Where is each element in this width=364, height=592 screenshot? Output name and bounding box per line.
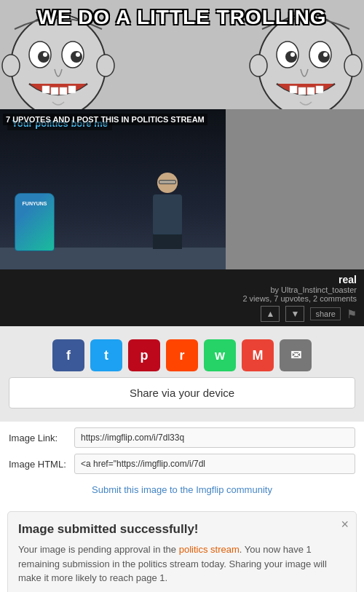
meme-container: WE DO A LITTLE TROLLING 7 UPVOTES AND I …	[0, 0, 364, 269]
svg-point-18	[290, 52, 295, 57]
image-link-row: Image Link:	[9, 427, 355, 448]
chips-bag: FUNYUNS	[15, 193, 55, 251]
info-bar: real by Ultra_Instinct_toaster 2 views, …	[0, 269, 364, 326]
svg-point-16	[285, 51, 297, 63]
email-share-button[interactable]: ✉	[280, 339, 312, 371]
svg-rect-20	[290, 86, 297, 93]
submit-to-community-link[interactable]: Submit this image to the Imgflip communi…	[9, 480, 355, 502]
svg-point-24	[250, 55, 267, 76]
pinterest-share-button[interactable]: p	[128, 339, 160, 371]
svg-point-17	[318, 51, 330, 63]
facebook-share-button[interactable]: f	[52, 339, 84, 371]
downvote-button[interactable]: ▼	[285, 306, 304, 322]
share-section: f t p r w M ✉ Share via your device	[0, 326, 364, 422]
link-section: Image Link: Image HTML: Submit this imag…	[0, 422, 364, 505]
image-html-label: Image HTML:	[9, 459, 74, 470]
post-author: by Ultra_Instinct_toaster	[270, 285, 357, 294]
svg-point-5	[43, 52, 47, 57]
svg-rect-8	[51, 87, 58, 95]
politics-stream-link[interactable]: politics stream	[179, 544, 240, 555]
author-name: Ultra_Instinct_toaster	[281, 285, 357, 294]
svg-rect-21	[298, 87, 306, 95]
upvote-count: 7 upvotes	[274, 294, 309, 303]
svg-point-25	[344, 55, 362, 76]
image-html-row: Image HTML:	[9, 454, 355, 474]
svg-point-6	[76, 52, 80, 57]
success-title: Image submitted successfully!	[18, 522, 346, 537]
info-bar-right: real by Ultra_Instinct_toaster 2 views, …	[240, 274, 357, 322]
svg-rect-10	[68, 86, 76, 93]
gmail-share-button[interactable]: M	[242, 339, 274, 371]
svg-point-11	[2, 55, 20, 76]
upvote-button[interactable]: ▲	[261, 306, 280, 322]
action-buttons: ▲ ▼ share ⚑	[261, 306, 357, 322]
image-link-label: Image Link:	[9, 433, 74, 443]
social-icons-row: f t p r w M ✉	[0, 334, 364, 377]
chips-label: FUNYUNS	[17, 201, 52, 206]
svg-rect-23	[316, 86, 323, 93]
image-html-input[interactable]	[74, 454, 355, 474]
share-device-button[interactable]: Share via your device	[9, 377, 355, 409]
success-body: Your image is pending approval in the po…	[18, 542, 346, 585]
success-body-prefix: Your image is pending approval in the	[18, 544, 176, 555]
svg-rect-9	[60, 87, 67, 95]
comment-count: 2 comments	[313, 294, 357, 303]
svg-point-19	[323, 52, 328, 57]
whatsapp-share-button[interactable]: w	[204, 339, 236, 371]
meme-title: WE DO A LITTLE TROLLING	[7, 6, 357, 29]
close-notification-button[interactable]: ×	[341, 518, 349, 531]
svg-rect-7	[42, 86, 50, 93]
svg-rect-22	[307, 87, 314, 95]
svg-point-3	[38, 51, 50, 63]
post-stats: 2 views, 7 upvotes, 2 comments	[242, 294, 357, 303]
twitter-share-button[interactable]: t	[90, 339, 122, 371]
success-notification: × Image submitted successfully! Your ima…	[7, 511, 357, 592]
flag-button[interactable]: ⚑	[347, 307, 357, 321]
post-title: real	[339, 274, 357, 285]
share-button-small[interactable]: share	[310, 307, 341, 320]
svg-point-4	[71, 51, 82, 63]
image-link-input[interactable]	[74, 427, 355, 448]
svg-point-12	[97, 55, 114, 76]
reddit-share-button[interactable]: r	[166, 339, 198, 371]
meme-caption: 7 UPVOTES AND I POST THIS IN POLITICS ST…	[3, 114, 207, 125]
bb-scene: FUNYUNS Your politics bore me	[0, 109, 226, 269]
by-prefix: by	[270, 285, 279, 294]
walter-white-figure	[153, 173, 182, 249]
view-count: 2 views	[242, 294, 269, 303]
